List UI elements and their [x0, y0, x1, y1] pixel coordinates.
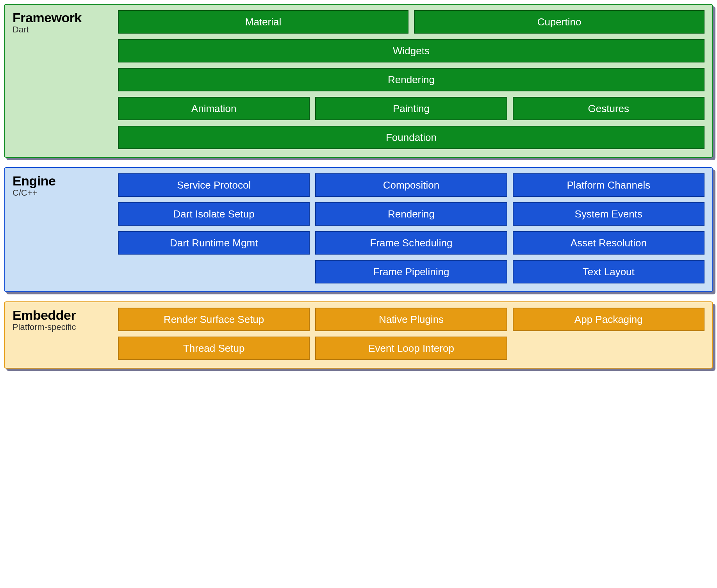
- engine-sidebar: Engine C/C++: [12, 173, 110, 283]
- engine-subtitle: C/C++: [12, 188, 110, 198]
- embedder-title: Embedder: [12, 308, 110, 323]
- framework-sidebar: Framework Dart: [12, 10, 110, 149]
- framework-subtitle: Dart: [12, 25, 110, 35]
- framework-section: Framework Dart Material Cupertino Widget…: [4, 4, 713, 158]
- box-material: Material: [118, 10, 408, 34]
- box-rendering: Rendering: [118, 68, 705, 91]
- framework-content: Material Cupertino Widgets Rendering Ani…: [118, 10, 705, 149]
- embedder-sidebar: Embedder Platform-specific: [12, 308, 110, 360]
- engine-title: Engine: [12, 173, 110, 189]
- box-native-plugins: Native Plugins: [315, 308, 507, 331]
- box-composition: Composition: [315, 173, 507, 197]
- box-frame-pipelining: Frame Pipelining: [315, 260, 507, 283]
- engine-content: Service Protocol Composition Platform Ch…: [118, 173, 705, 283]
- box-service-protocol: Service Protocol: [118, 173, 310, 197]
- box-dart-isolate-setup: Dart Isolate Setup: [118, 202, 310, 226]
- box-render-surface-setup: Render Surface Setup: [118, 308, 310, 331]
- box-asset-resolution: Asset Resolution: [513, 231, 705, 255]
- embedder-section: Embedder Platform-specific Render Surfac…: [4, 301, 713, 369]
- box-platform-channels: Platform Channels: [513, 173, 705, 197]
- box-gestures: Gestures: [513, 97, 705, 120]
- box-system-events: System Events: [513, 202, 705, 226]
- box-text-layout: Text Layout: [513, 260, 705, 283]
- embedder-content: Render Surface Setup Native Plugins App …: [118, 308, 705, 360]
- box-painting: Painting: [315, 97, 507, 120]
- box-app-packaging: App Packaging: [513, 308, 705, 331]
- embedder-subtitle: Platform-specific: [12, 322, 110, 332]
- box-dart-runtime-mgmt: Dart Runtime Mgmt: [118, 231, 310, 255]
- box-foundation: Foundation: [118, 126, 705, 149]
- box-engine-rendering: Rendering: [315, 202, 507, 226]
- box-cupertino: Cupertino: [414, 10, 705, 34]
- box-animation: Animation: [118, 97, 310, 120]
- box-event-loop-interop: Event Loop Interop: [315, 337, 507, 360]
- box-thread-setup: Thread Setup: [118, 337, 310, 360]
- box-frame-scheduling: Frame Scheduling: [315, 231, 507, 255]
- box-widgets: Widgets: [118, 39, 705, 62]
- framework-title: Framework: [12, 10, 110, 25]
- engine-section: Engine C/C++ Service Protocol Compositio…: [4, 167, 713, 292]
